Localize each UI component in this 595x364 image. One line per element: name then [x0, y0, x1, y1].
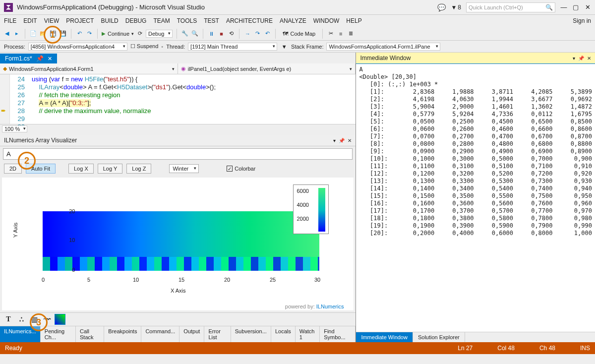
scatter-icon[interactable]: ∴	[16, 314, 27, 325]
titlebar: WindowsFormsApplication4 (Debugging) - M…	[0, 0, 595, 15]
powered-by: powered by: ILNumerics	[285, 303, 344, 309]
method-icon: ◉	[181, 65, 186, 72]
tool-icon-1[interactable]: 🔧	[181, 30, 189, 38]
refresh-icon[interactable]: ⟳	[136, 30, 144, 38]
tab-breakpoints[interactable]: Breakpoints	[104, 326, 141, 342]
quick-launch-input[interactable]: Quick Launch (Ctrl+Q) 🔍	[466, 2, 555, 12]
sign-in-link[interactable]: Sign in	[573, 17, 591, 24]
tool-icon-4[interactable]: ≡	[337, 30, 345, 38]
tab-locals[interactable]: Locals	[271, 326, 296, 342]
suspend-button[interactable]: ☐ Suspend	[130, 43, 159, 50]
logz-button[interactable]: Log Z	[126, 164, 151, 174]
config-dropdown[interactable]: Debug	[146, 30, 173, 38]
heatmap	[43, 211, 319, 271]
document-tab-bar: Form1.cs* 📌 ✕	[0, 53, 356, 63]
maximize-button[interactable]: ▢	[572, 3, 579, 11]
expression-input[interactable]	[3, 148, 353, 160]
restart-icon[interactable]: ⟲	[227, 30, 235, 38]
close-panel-icon[interactable]: ✕	[587, 56, 591, 61]
menu-edit[interactable]: EDIT	[23, 17, 37, 24]
immediate-title: Immediate Window	[360, 55, 411, 61]
pin-icon[interactable]: 📌	[578, 56, 584, 61]
text-view-icon[interactable]: T	[3, 314, 14, 325]
colormap-dropdown[interactable]: Winter	[169, 164, 199, 173]
status-ready: Ready	[5, 345, 22, 352]
right-tab-strip: Immediate Window Solution Explorer	[356, 332, 595, 342]
checkbox-icon: ✓	[227, 166, 233, 172]
window-options-icon[interactable]: ▾	[573, 56, 575, 61]
menu-test[interactable]: TEST	[204, 17, 219, 24]
undo-icon[interactable]: ↶	[75, 30, 83, 38]
indicator-margin: ➨	[0, 74, 10, 124]
plot-area[interactable]: Y Axis X Axis 20 10 0 0 5 10 15 20 25 30…	[2, 178, 354, 310]
redo-icon[interactable]: ↷	[85, 30, 93, 38]
menu-team[interactable]: TEAM	[153, 17, 170, 24]
tab-solution-explorer[interactable]: Solution Explorer	[413, 332, 465, 342]
class-icon: ◆	[3, 65, 7, 72]
close-tab-icon[interactable]: ✕	[48, 56, 52, 62]
new-icon[interactable]: 📄	[29, 30, 37, 38]
zoom-dropdown[interactable]: 100 %	[2, 125, 27, 132]
immediate-window-body[interactable]: A <Double> [20,30] [0]: (:,:) 1e+003 * […	[356, 64, 595, 332]
notifications-flag[interactable]: ▼8	[451, 4, 461, 11]
tab-subversion[interactable]: Subversion...	[231, 326, 271, 342]
tab-command[interactable]: Command...	[141, 326, 179, 342]
thread-dropdown[interactable]: [1912] Main Thread	[188, 43, 277, 51]
y-axis-label: Y Axis	[12, 223, 18, 238]
menu-architecture[interactable]: ARCHITECTURE	[226, 17, 273, 24]
search-icon: 🔍	[545, 4, 553, 11]
step-out-icon[interactable]: ↶	[263, 30, 271, 38]
menu-analyze[interactable]: ANALYZE	[280, 17, 306, 24]
pause-icon[interactable]: ⏸	[207, 30, 215, 38]
menu-debug[interactable]: DEBUG	[125, 17, 147, 24]
window-options-icon[interactable]: ▾	[333, 138, 336, 143]
close-button[interactable]: ✕	[584, 3, 591, 11]
colorbar-checkbox[interactable]: ✓ Colorbar	[227, 166, 255, 172]
minimize-button[interactable]: —	[560, 3, 567, 11]
visualizer-title: ILNumerics Array Visualizer	[4, 137, 77, 144]
annotation-2: 2	[18, 152, 36, 170]
code-editor[interactable]: ➨ 24 25 26 27 28 29 30 using (var f = ne…	[0, 74, 356, 124]
menu-build[interactable]: BUILD	[101, 17, 118, 24]
codemap-button[interactable]: 🗺 Code Map	[280, 30, 318, 38]
step-over-icon[interactable]: ↷	[253, 30, 261, 38]
editor-status-bar: 100 %	[0, 124, 356, 133]
stackframe-dropdown[interactable]: WindowsFormsApplication4.Form1.ilPane	[326, 43, 440, 51]
menu-file[interactable]: FILE	[4, 17, 16, 24]
menu-help[interactable]: HELP	[346, 17, 361, 24]
document-tab[interactable]: Form1.cs* 📌 ✕	[0, 54, 57, 63]
member-dropdown[interactable]: ◉ ilPanel1_Load(object sender, EventArgs…	[178, 63, 356, 74]
tab-watch1[interactable]: Watch 1	[296, 326, 320, 342]
class-dropdown[interactable]: ◆ WindowsFormsApplication4.Form1	[0, 63, 178, 74]
feedback-icon[interactable]: 💬	[437, 3, 446, 11]
back-icon[interactable]: ◀	[3, 30, 11, 38]
tab-pending[interactable]: Pending Ch...	[41, 326, 76, 342]
tab-output[interactable]: Output	[179, 326, 204, 342]
window-title: WindowsFormsApplication4 (Debugging) - M…	[17, 3, 437, 11]
forward-icon[interactable]: ▸	[13, 30, 21, 38]
bottom-tab-strip: ILNumerics... Pending Ch... Call Stack B…	[0, 326, 356, 342]
step-into-icon[interactable]: →	[243, 30, 251, 38]
stackframe-label: Stack Frame:	[291, 44, 323, 50]
pin-icon[interactable]: 📌	[339, 138, 345, 143]
process-dropdown[interactable]: [4856] WindowsFormsApplication4	[28, 43, 127, 51]
filter-icon[interactable]: ▼	[280, 43, 288, 51]
close-panel-icon[interactable]: ✕	[348, 138, 352, 143]
tab-immediate[interactable]: Immediate Window	[356, 332, 413, 342]
tab-errorlist[interactable]: Error List	[204, 326, 231, 342]
pin-icon[interactable]: 📌	[36, 55, 44, 62]
surface-icon[interactable]	[55, 314, 65, 325]
tab-findsymbol[interactable]: Find Symbo...	[320, 326, 356, 342]
logy-button[interactable]: Log Y	[98, 164, 123, 174]
menu-window[interactable]: WINDOW	[313, 17, 340, 24]
tool-icon-2[interactable]: 🔍	[191, 30, 199, 38]
tool-icon-5[interactable]: ≣	[347, 30, 355, 38]
logx-button[interactable]: Log X	[68, 164, 94, 174]
stop-icon[interactable]: ■	[217, 30, 225, 38]
tab-callstack[interactable]: Call Stack	[76, 326, 104, 342]
menu-project[interactable]: PROJECT	[66, 17, 94, 24]
menu-view[interactable]: VIEW	[44, 17, 60, 24]
continue-button[interactable]: ▶ Continue ▾	[102, 31, 134, 37]
menu-tools[interactable]: TOOLS	[177, 17, 197, 24]
tool-icon-3[interactable]: ✂	[327, 30, 335, 38]
